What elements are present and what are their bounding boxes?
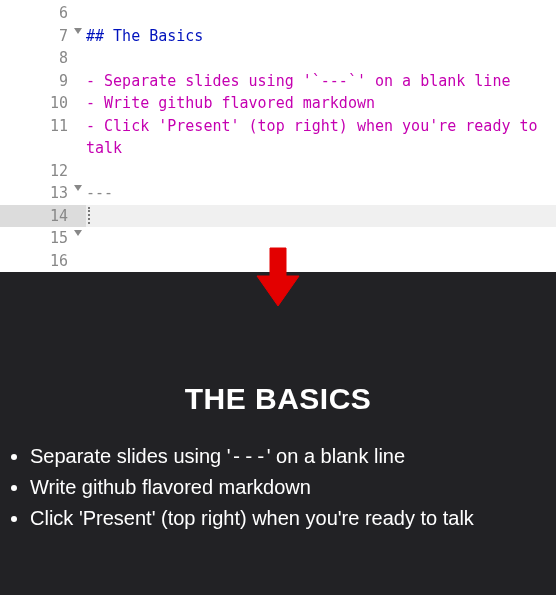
line-number: 11 bbox=[0, 115, 86, 138]
slide-preview: THE BASICS Separate slides using '---' o… bbox=[0, 272, 556, 595]
code-editor[interactable]: 67## The Basics89- Separate slides using… bbox=[0, 0, 556, 272]
line-number: 10 bbox=[0, 92, 86, 115]
editor-line[interactable]: 10- Write github flavored markdown bbox=[0, 92, 556, 115]
line-number: 14 bbox=[0, 205, 86, 228]
slide-heading: THE BASICS bbox=[4, 382, 552, 416]
fold-toggle-icon[interactable] bbox=[74, 28, 82, 34]
fold-toggle-icon[interactable] bbox=[74, 230, 82, 236]
code-text[interactable]: - Write github flavored markdown bbox=[86, 92, 556, 115]
editor-line[interactable]: 6 bbox=[0, 2, 556, 25]
line-number: 15 bbox=[0, 227, 86, 250]
slide-bullet: Click 'Present' (top right) when you're … bbox=[30, 504, 552, 533]
editor-line[interactable]: 14 bbox=[0, 205, 556, 228]
editor-line[interactable]: 12 bbox=[0, 160, 556, 183]
line-number: 13 bbox=[0, 182, 86, 205]
slide-bullet: Separate slides using '---' on a blank l… bbox=[30, 442, 552, 471]
line-number: 8 bbox=[0, 47, 86, 70]
code-text[interactable]: - Click 'Present' (top right) when you'r… bbox=[86, 115, 556, 160]
code-text[interactable]: ## The Basics bbox=[86, 25, 556, 48]
line-number: 16 bbox=[0, 250, 86, 273]
editor-line[interactable]: 11- Click 'Present' (top right) when you… bbox=[0, 115, 556, 160]
editor-line[interactable]: 7## The Basics bbox=[0, 25, 556, 48]
line-number: 12 bbox=[0, 160, 86, 183]
fold-toggle-icon[interactable] bbox=[74, 185, 82, 191]
line-number: 7 bbox=[0, 25, 86, 48]
editor-line[interactable]: 13--- bbox=[0, 182, 556, 205]
editor-line[interactable]: 9- Separate slides using '`---`' on a bl… bbox=[0, 70, 556, 93]
slide-bullet-list: Separate slides using '---' on a blank l… bbox=[4, 442, 552, 533]
down-arrow-icon bbox=[255, 246, 301, 310]
code-text[interactable]: - Separate slides using '`---`' on a bla… bbox=[86, 70, 556, 93]
slide-bullet: Write github flavored markdown bbox=[30, 473, 552, 502]
cursor[interactable] bbox=[86, 205, 556, 227]
line-number: 6 bbox=[0, 2, 86, 25]
code-text[interactable]: --- bbox=[86, 182, 556, 205]
line-number: 9 bbox=[0, 70, 86, 93]
editor-line[interactable]: 8 bbox=[0, 47, 556, 70]
